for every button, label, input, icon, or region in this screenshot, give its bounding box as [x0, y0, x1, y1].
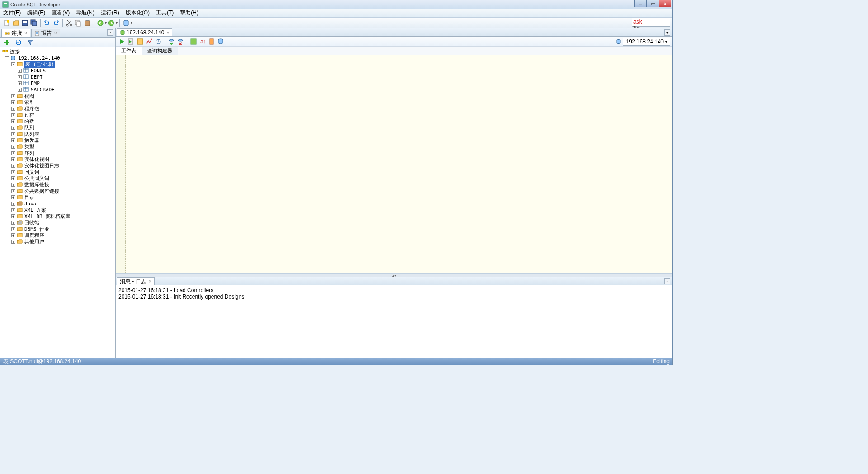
folder-node[interactable]: 公共数据库链接	[24, 188, 59, 194]
close-icon[interactable]: ×	[149, 279, 151, 284]
menu-version[interactable]: 版本化(O)	[126, 9, 150, 17]
folder-node[interactable]: 数据库链接	[24, 181, 49, 188]
menu-navigate[interactable]: 导航(N)	[76, 9, 94, 17]
folder-node[interactable]: 程序包	[24, 105, 39, 112]
close-icon[interactable]: ×	[24, 31, 27, 36]
to-upper-icon[interactable]: a↑	[199, 38, 206, 45]
tab-log[interactable]: 消息 - 日志 ×	[117, 277, 155, 285]
expand-icon[interactable]: +	[11, 170, 15, 174]
table-node[interactable]: SALGRADE	[31, 87, 55, 93]
db-selector[interactable]: 192.168.24.140▾	[616, 38, 670, 46]
expand-icon[interactable]: +	[18, 69, 22, 73]
saveall-icon[interactable]	[30, 19, 38, 27]
expand-icon[interactable]: +	[11, 126, 15, 130]
sql-tuning-icon[interactable]	[155, 38, 162, 45]
minimize-panel-icon[interactable]: ▫	[107, 29, 113, 36]
folder-node[interactable]: XML DB 资料档案库	[24, 213, 70, 220]
collapse-icon[interactable]: -	[11, 62, 15, 66]
expand-icon[interactable]: +	[11, 221, 15, 225]
folder-node[interactable]: 触发器	[24, 137, 39, 144]
tables-node[interactable]: 表 (已过滤)	[24, 61, 55, 68]
expand-icon[interactable]: +	[11, 94, 15, 98]
folder-node[interactable]: 同义词	[24, 169, 39, 175]
run-icon[interactable]	[118, 38, 126, 45]
folder-node[interactable]: 目录	[24, 194, 34, 201]
folder-node[interactable]: 过程	[24, 112, 34, 118]
commit-icon[interactable]	[168, 38, 175, 45]
folder-node[interactable]: 函数	[24, 118, 34, 125]
redo-icon[interactable]	[52, 19, 60, 27]
tab-connections[interactable]: 连接 ×	[1, 29, 30, 37]
paste-icon[interactable]	[84, 19, 91, 27]
tab-reports[interactable]: 报告 ×	[31, 29, 60, 37]
folder-node[interactable]: 队列	[24, 124, 34, 131]
dropdown-arrow-icon[interactable]: ▾	[131, 21, 132, 25]
expand-icon[interactable]: +	[11, 145, 15, 149]
table-node[interactable]: DEPT	[31, 74, 43, 80]
log-output[interactable]: 2015-01-27 16:18:31 - Load Controllers 2…	[116, 285, 672, 358]
folder-node[interactable]: 实体化视图日志	[24, 162, 59, 169]
folder-node[interactable]: 回收站	[24, 219, 39, 226]
undo-icon[interactable]	[43, 19, 51, 27]
expand-icon[interactable]: +	[11, 183, 15, 187]
explain-icon[interactable]	[137, 38, 144, 45]
subtab-worksheet[interactable]: 工作表	[116, 47, 142, 55]
subtab-querybuilder[interactable]: 查询构建器	[142, 47, 178, 55]
expand-icon[interactable]: +	[11, 227, 15, 231]
splitter-handle[interactable]: ▴▾	[116, 274, 672, 277]
folder-node[interactable]: 实体化视图	[24, 156, 49, 163]
rollback-icon[interactable]	[177, 38, 184, 45]
menu-view[interactable]: 查看(V)	[52, 9, 70, 17]
table-node[interactable]: BONUS	[31, 68, 46, 74]
filter-icon[interactable]	[27, 39, 34, 46]
collapse-icon[interactable]: -	[5, 56, 9, 60]
unshared-icon[interactable]	[190, 38, 197, 45]
folder-node[interactable]: 队列表	[24, 131, 39, 137]
open-icon[interactable]	[12, 19, 19, 27]
folder-node[interactable]: 调度程序	[24, 232, 44, 239]
expand-icon[interactable]: +	[11, 208, 15, 212]
expand-icon[interactable]: +	[11, 164, 15, 168]
maximize-button[interactable]: ▭	[646, 0, 659, 7]
table-node[interactable]: EMP	[31, 81, 40, 86]
folder-node[interactable]: DBMS 作业	[24, 226, 49, 232]
back-icon[interactable]	[97, 19, 104, 27]
ask-box[interactable]: askTom	[632, 18, 670, 27]
refresh-icon[interactable]	[15, 39, 22, 46]
clear-icon[interactable]	[208, 38, 215, 45]
connection-tree[interactable]: 连接 - 192.168.24.140 - 表 (已过滤) +BONUS+DEP…	[0, 47, 115, 358]
menu-tools[interactable]: 工具(T)	[156, 9, 174, 17]
copy-icon[interactable]	[75, 19, 82, 27]
folder-node[interactable]: XML 方案	[24, 207, 47, 213]
menu-edit[interactable]: 编辑(E)	[27, 9, 45, 17]
close-icon[interactable]: ×	[54, 31, 57, 36]
expand-icon[interactable]: +	[11, 132, 15, 136]
folder-node[interactable]: 类型	[24, 143, 34, 150]
close-icon[interactable]: ×	[166, 30, 169, 35]
close-button[interactable]: ✕	[659, 0, 671, 7]
sql-editor[interactable]	[116, 55, 672, 274]
expand-icon[interactable]: +	[11, 113, 15, 117]
expand-icon[interactable]: +	[11, 157, 15, 161]
add-connection-icon[interactable]	[3, 39, 10, 46]
tab-worksheet[interactable]: 192.168.24.140 ×	[117, 28, 172, 36]
sql-history-icon[interactable]	[217, 38, 224, 45]
menu-help[interactable]: 帮助(H)	[180, 9, 198, 17]
edit-area[interactable]	[126, 55, 672, 273]
new-icon[interactable]	[3, 19, 10, 27]
menu-run[interactable]: 运行(R)	[101, 9, 119, 17]
expand-icon[interactable]: +	[11, 189, 15, 193]
db-icon[interactable]	[123, 19, 130, 27]
menu-file[interactable]: 文件(F)	[3, 9, 21, 17]
folder-node[interactable]: 公共同义词	[24, 175, 49, 182]
folder-node[interactable]: 索引	[24, 99, 34, 106]
autotrace-icon[interactable]	[146, 38, 153, 45]
folder-node[interactable]: 其他用户	[24, 238, 44, 245]
dropdown-arrow-icon[interactable]: ▾	[116, 21, 118, 25]
expand-icon[interactable]: +	[11, 240, 15, 244]
expand-icon[interactable]: +	[11, 176, 15, 180]
expand-icon[interactable]: +	[11, 151, 15, 155]
connection-node[interactable]: 192.168.24.140	[18, 55, 60, 61]
expand-icon[interactable]: +	[11, 138, 15, 142]
expand-icon[interactable]: +	[11, 119, 15, 123]
